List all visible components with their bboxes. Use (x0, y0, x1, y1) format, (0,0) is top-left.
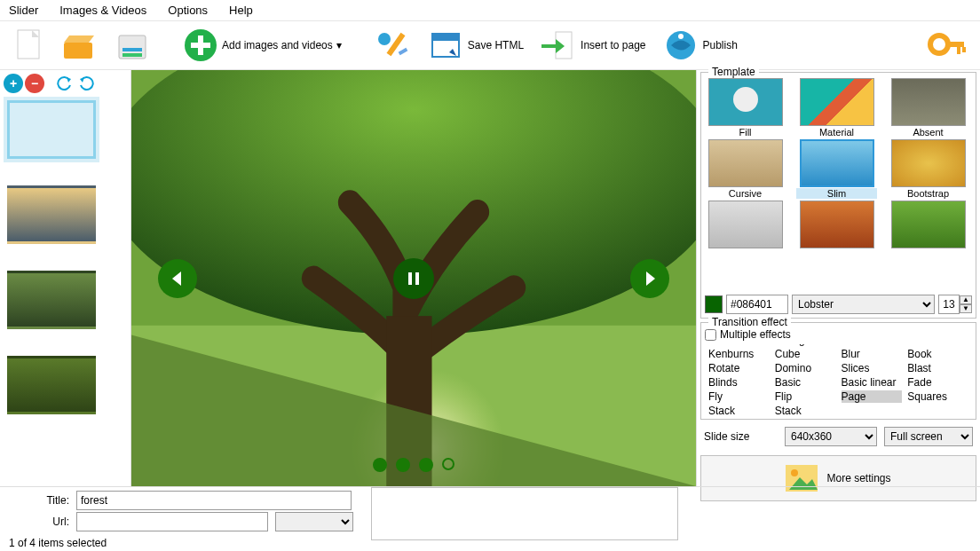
url-label: Url: (7, 516, 69, 528)
effect-item[interactable]: Stack (708, 405, 770, 415)
svg-rect-9 (191, 43, 210, 48)
template-item-absent[interactable]: Absent (888, 78, 968, 138)
effects-list[interactable]: BrickCollageSevenPhotoKenburnsCubeBlurBo… (705, 344, 972, 415)
template-item-cursive[interactable]: Cursive (705, 139, 786, 199)
effect-item[interactable]: Photo (907, 344, 968, 346)
svg-marker-25 (80, 77, 84, 83)
effect-item[interactable]: Squares (907, 390, 968, 403)
effect-item[interactable]: Stack vertical (775, 405, 836, 415)
url-target-select[interactable] (275, 512, 353, 531)
effect-item[interactable]: Seven (842, 344, 903, 346)
thumbnail-item[interactable] (7, 185, 96, 244)
template-item-slim[interactable]: Slim (796, 139, 877, 199)
description-area[interactable] (371, 487, 678, 540)
template-item-bootstrap[interactable]: Bootstrap (888, 139, 968, 199)
effect-item[interactable]: Kenburns (708, 348, 770, 360)
rotate-right-button[interactable] (76, 74, 96, 93)
effect-item[interactable]: Domino (775, 362, 836, 374)
effect-item[interactable]: Rotate (708, 362, 770, 374)
svg-marker-35 (646, 272, 655, 286)
svg-point-19 (678, 34, 684, 39)
sidebar-tools: + − (0, 70, 130, 97)
preview-canvas (131, 70, 696, 486)
slide-pause-button[interactable] (393, 258, 434, 299)
effect-item[interactable]: Cube (775, 348, 836, 360)
add-slide-button[interactable]: + (4, 74, 23, 93)
title-input[interactable] (76, 491, 352, 510)
fontsize-spinner[interactable]: ▲▼ (938, 295, 972, 314)
open-file-button[interactable] (55, 25, 103, 66)
spinner-down[interactable]: ▼ (960, 304, 972, 313)
template-item[interactable] (888, 201, 968, 249)
spinner-up[interactable]: ▲ (960, 295, 972, 304)
effect-item[interactable]: Fade (907, 376, 968, 389)
svg-rect-5 (122, 48, 142, 51)
svg-rect-21 (946, 42, 964, 47)
menu-help[interactable]: Help (229, 4, 253, 17)
effect-item[interactable]: Collage (775, 344, 836, 346)
effect-item[interactable]: Blur (842, 348, 903, 360)
thumbnail-list[interactable] (0, 97, 130, 486)
effect-item[interactable]: Brick (708, 344, 770, 346)
insert-to-page-button[interactable]: Insert to page (534, 25, 651, 66)
transition-fieldset: Transition effect Multiple effects Brick… (700, 322, 976, 420)
thumbnail-item[interactable] (7, 100, 96, 159)
save-file-button[interactable] (108, 25, 156, 66)
template-item-material[interactable]: Material (796, 78, 877, 138)
svg-point-37 (791, 469, 798, 476)
menu-slider[interactable]: Slider (9, 4, 38, 17)
effect-item[interactable]: Flip (775, 390, 836, 403)
add-images-videos-button[interactable]: Add images and videos ▾ (178, 26, 347, 65)
rotate-left-button[interactable] (55, 74, 75, 93)
dot[interactable] (396, 458, 410, 472)
color-hex-input[interactable] (726, 295, 788, 314)
color-swatch[interactable] (705, 295, 723, 313)
effect-item[interactable]: Fly (708, 390, 770, 403)
svg-point-11 (378, 33, 391, 45)
effect-item[interactable]: Basic (775, 376, 836, 389)
dot[interactable] (419, 458, 433, 472)
save-html-button[interactable]: Save HTML (422, 25, 529, 66)
dot[interactable] (373, 458, 387, 472)
dot[interactable] (442, 458, 454, 470)
template-item[interactable] (796, 201, 877, 249)
preview-panel (131, 70, 696, 486)
svg-rect-22 (957, 47, 960, 54)
slide-mode-select[interactable]: Full screen (884, 427, 973, 446)
svg-rect-33 (408, 272, 412, 285)
svg-point-20 (930, 35, 948, 53)
slide-dims-select[interactable]: 640x360 (785, 427, 877, 446)
template-item[interactable] (705, 201, 786, 249)
effect-item[interactable]: Slices (842, 362, 903, 374)
sidebar: + − (0, 70, 131, 486)
slide-dots (373, 458, 454, 472)
thumbnail-item[interactable] (7, 271, 96, 329)
effect-item[interactable]: Page (842, 390, 903, 403)
settings-button[interactable] (368, 25, 416, 66)
slide-next-button[interactable] (630, 259, 669, 298)
template-fieldset: Template Fill Material Absent Cursive Sl… (700, 72, 976, 319)
svg-marker-32 (172, 272, 181, 286)
menu-images-videos[interactable]: Images & Videos (59, 4, 146, 17)
remove-slide-button[interactable]: − (25, 74, 44, 93)
thumbnail-item[interactable] (7, 356, 96, 414)
new-file-button[interactable] (7, 25, 50, 66)
url-input[interactable] (76, 512, 268, 531)
multiple-effects-label: Multiple effects (720, 328, 791, 341)
effect-item[interactable]: Book (907, 348, 968, 360)
publish-button[interactable]: Publish (657, 25, 743, 66)
svg-rect-23 (962, 47, 966, 52)
effect-item[interactable]: Basic linear (842, 376, 903, 389)
template-item-fill[interactable]: Fill (705, 78, 786, 138)
svg-marker-3 (64, 35, 94, 43)
effect-item[interactable]: Blast (907, 362, 968, 374)
template-options-row: Lobster ▲▼ (705, 295, 972, 314)
fontsize-input[interactable] (938, 295, 960, 314)
effect-item[interactable]: Blinds (708, 376, 770, 389)
font-select[interactable]: Lobster (792, 295, 935, 314)
template-grid[interactable]: Fill Material Absent Cursive Slim Bootst… (705, 78, 972, 291)
slide-prev-button[interactable] (158, 259, 197, 298)
menu-options[interactable]: Options (168, 4, 208, 17)
key-activate-button[interactable] (921, 25, 973, 66)
multiple-effects-checkbox[interactable] (705, 329, 716, 341)
